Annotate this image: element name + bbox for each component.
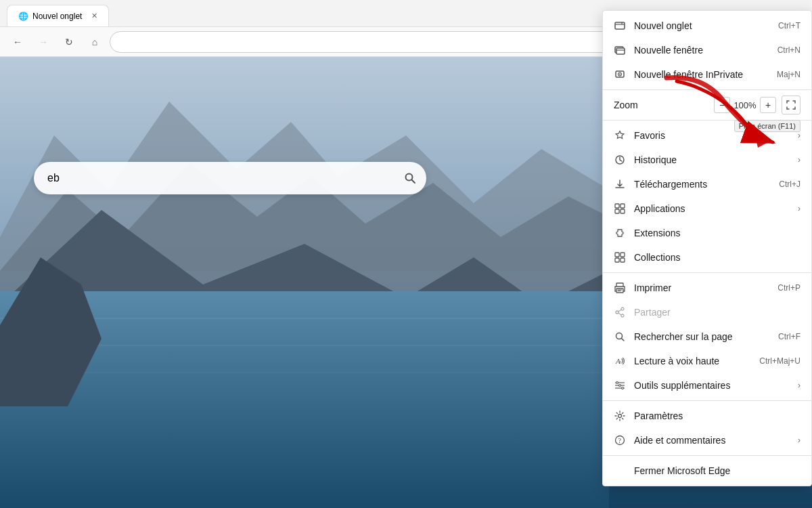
menu-item-new-private[interactable]: Nouvelle fenêtre InPrivate Maj+N: [603, 62, 811, 87]
history-arrow: ›: [798, 155, 800, 165]
svg-point-48: [619, 385, 621, 387]
svg-rect-29: [621, 209, 625, 213]
svg-point-49: [622, 387, 624, 389]
svg-rect-33: [621, 258, 625, 262]
menu-label-extensions: Extensions: [634, 228, 800, 238]
new-window-icon: [614, 44, 626, 56]
downloads-menu-icon: [614, 178, 626, 190]
menu-shortcut-new-private: Maj+N: [777, 70, 800, 79]
menu-item-new-window[interactable]: Nouvelle fenêtre Ctrl+N: [603, 38, 811, 62]
divider-3: [603, 400, 811, 401]
more-tools-arrow: ›: [798, 381, 800, 390]
svg-line-14: [412, 180, 415, 184]
svg-point-47: [616, 382, 618, 384]
menu-item-zoom: Zoom − 100% + Plein écran (F11): [603, 93, 811, 117]
menu-item-extensions[interactable]: Extensions: [603, 221, 811, 245]
menu-item-collections[interactable]: Collections: [603, 245, 811, 270]
menu-item-close-edge[interactable]: Fermer Microsoft Edge: [603, 459, 811, 483]
menu-item-read-aloud[interactable]: A ı Lecture à voix haute Ctrl+Maj+U: [603, 349, 811, 373]
collections-menu-icon: [614, 251, 626, 263]
svg-point-40: [621, 314, 624, 317]
menu-label-settings: Paramètres: [634, 410, 800, 421]
tab-favicon: 🌐: [18, 12, 28, 21]
svg-rect-19: [616, 48, 625, 54]
menu-label-close-edge: Fermer Microsoft Edge: [614, 465, 800, 476]
menu-item-help[interactable]: ? Aide et commentaires ›: [603, 428, 811, 452]
divider-2: [603, 272, 811, 273]
settings-menu-icon: [614, 410, 626, 422]
menu-label-new-private: Nouvelle fenêtre InPrivate: [634, 69, 769, 80]
menu-item-applications[interactable]: Applications ›: [603, 196, 811, 221]
home-button[interactable]: ⌂: [84, 31, 106, 53]
find-menu-icon: [614, 331, 626, 343]
zoom-in-button[interactable]: +: [760, 97, 776, 113]
more-tools-menu-icon: [614, 379, 626, 391]
favorites-arrow: ›: [798, 131, 800, 140]
svg-rect-32: [615, 258, 619, 262]
context-menu: Nouvel onglet Ctrl+T Nouvelle fenêtre Ct…: [602, 10, 812, 486]
search-container: [34, 162, 426, 194]
menu-item-new-tab[interactable]: Nouvel onglet Ctrl+T: [603, 14, 811, 38]
search-button[interactable]: [399, 167, 421, 189]
menu-item-more-tools[interactable]: Outils supplémentaires ›: [603, 373, 811, 398]
svg-rect-31: [621, 253, 625, 257]
menu-shortcut-print: Ctrl+P: [777, 283, 800, 293]
menu-label-read-aloud: Lecture à voix haute: [634, 356, 751, 366]
menu-label-share: Partager: [634, 307, 800, 318]
back-button[interactable]: ←: [7, 31, 28, 53]
svg-rect-26: [615, 204, 619, 208]
share-menu-icon: [614, 306, 626, 318]
menu-label-help: Aide et commentaires: [634, 435, 784, 446]
menu-label-more-tools: Outils supplémentaires: [634, 380, 784, 391]
menu-item-share: Partager: [603, 300, 811, 324]
applications-menu-icon: [614, 203, 626, 215]
search-input[interactable]: [34, 162, 426, 194]
svg-line-41: [618, 310, 621, 312]
fullscreen-tooltip: Plein écran (F11): [734, 120, 800, 132]
zoom-label: Zoom: [614, 100, 708, 110]
svg-rect-34: [616, 283, 623, 287]
menu-label-print: Imprimer: [634, 282, 769, 293]
read-aloud-menu-icon: A ı: [614, 355, 626, 367]
search-icon: [404, 172, 416, 184]
active-tab[interactable]: 🌐 Nouvel onglet ✕: [7, 5, 109, 26]
zoom-value: 100%: [733, 100, 757, 110]
menu-shortcut-new-tab: Ctrl+T: [778, 21, 800, 30]
svg-rect-15: [615, 22, 625, 29]
tab-close-icon[interactable]: ✕: [91, 12, 97, 20]
zoom-controls: − 100% + Plein écran (F11): [714, 96, 800, 114]
divider-4: [603, 455, 811, 456]
menu-label-new-tab: Nouvel onglet: [634, 20, 770, 31]
menu-item-history[interactable]: Historique ›: [603, 148, 811, 172]
svg-rect-27: [621, 204, 625, 208]
menu-shortcut-find: Ctrl+F: [778, 332, 800, 341]
menu-item-downloads[interactable]: Téléchargements Ctrl+J: [603, 172, 811, 196]
history-menu-icon: [614, 154, 626, 166]
svg-text:?: ?: [618, 437, 622, 444]
menu-shortcut-new-window: Ctrl+N: [777, 45, 800, 55]
zoom-out-button[interactable]: −: [714, 97, 730, 113]
divider-1: [603, 89, 811, 90]
help-arrow: ›: [798, 436, 800, 445]
menu-label-collections: Collections: [634, 252, 800, 263]
svg-line-42: [618, 313, 621, 315]
forward-button[interactable]: →: [32, 31, 54, 53]
svg-rect-30: [615, 253, 619, 257]
svg-point-56: [618, 415, 622, 418]
svg-rect-28: [615, 209, 619, 213]
refresh-button[interactable]: ↻: [58, 31, 80, 53]
new-tab-icon: [614, 20, 626, 32]
menu-item-find[interactable]: Rechercher sur la page Ctrl+F: [603, 324, 811, 349]
menu-label-history: Historique: [634, 154, 784, 165]
svg-line-44: [622, 339, 625, 341]
fullscreen-icon: [786, 100, 796, 110]
menu-label-new-window: Nouvelle fenêtre: [634, 45, 769, 56]
fullscreen-button[interactable]: [782, 96, 800, 114]
menu-item-settings[interactable]: Paramètres: [603, 404, 811, 428]
menu-label-applications: Applications: [634, 203, 784, 214]
svg-point-38: [621, 308, 624, 310]
menu-item-print[interactable]: Imprimer Ctrl+P: [603, 276, 811, 300]
menu-shortcut-downloads: Ctrl+J: [779, 179, 800, 189]
menu-shortcut-read-aloud: Ctrl+Maj+U: [759, 356, 800, 366]
favorites-menu-icon: [614, 129, 626, 142]
